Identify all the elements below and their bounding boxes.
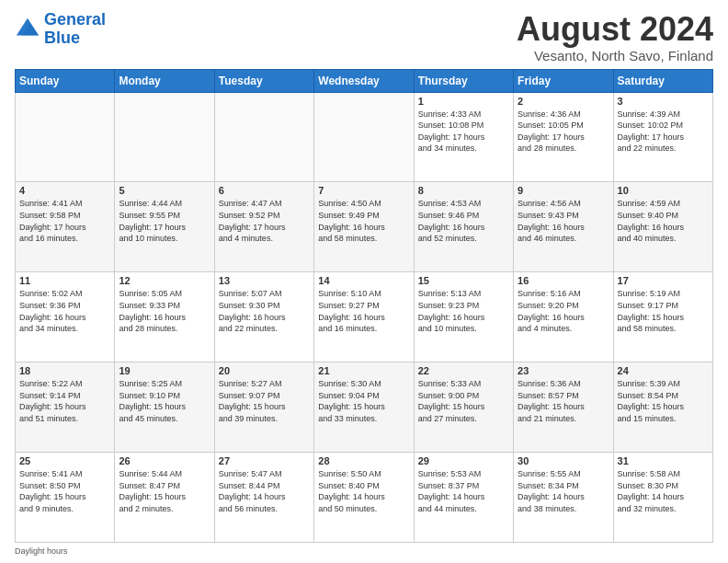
calendar-day: 30Sunrise: 5:55 AM Sunset: 8:34 PM Dayli… bbox=[514, 453, 613, 543]
day-number: 19 bbox=[119, 365, 210, 376]
day-number: 31 bbox=[618, 455, 709, 466]
day-info: Sunrise: 5:33 AM Sunset: 9:00 PM Dayligh… bbox=[418, 378, 509, 424]
day-number: 15 bbox=[418, 275, 509, 286]
calendar-day: 6Sunrise: 4:47 AM Sunset: 9:52 PM Daylig… bbox=[214, 182, 313, 272]
day-info: Sunrise: 5:16 AM Sunset: 9:20 PM Dayligh… bbox=[518, 288, 609, 334]
main-title: August 2024 bbox=[517, 11, 713, 48]
logo-text: General Blue bbox=[44, 11, 106, 48]
col-tuesday: Tuesday bbox=[214, 69, 313, 92]
day-number: 18 bbox=[19, 365, 110, 376]
day-info: Sunrise: 5:58 AM Sunset: 8:30 PM Dayligh… bbox=[618, 468, 709, 514]
subtitle: Vesanto, North Savo, Finland bbox=[517, 48, 713, 63]
page: General Blue August 2024 Vesanto, North … bbox=[0, 0, 728, 563]
day-info: Sunrise: 5:39 AM Sunset: 8:54 PM Dayligh… bbox=[618, 378, 709, 424]
day-info: Sunrise: 4:39 AM Sunset: 10:02 PM Daylig… bbox=[618, 109, 709, 155]
calendar-day: 4Sunrise: 4:41 AM Sunset: 9:58 PM Daylig… bbox=[16, 182, 115, 272]
calendar-day: 8Sunrise: 4:53 AM Sunset: 9:46 PM Daylig… bbox=[414, 182, 513, 272]
calendar-day: 5Sunrise: 4:44 AM Sunset: 9:55 PM Daylig… bbox=[115, 182, 214, 272]
day-info: Sunrise: 4:36 AM Sunset: 10:05 PM Daylig… bbox=[518, 109, 609, 155]
calendar-day: 28Sunrise: 5:50 AM Sunset: 8:40 PM Dayli… bbox=[314, 453, 414, 543]
calendar-day: 31Sunrise: 5:58 AM Sunset: 8:30 PM Dayli… bbox=[613, 453, 712, 543]
calendar-day: 22Sunrise: 5:33 AM Sunset: 9:00 PM Dayli… bbox=[414, 362, 513, 453]
calendar-day: 12Sunrise: 5:05 AM Sunset: 9:33 PM Dayli… bbox=[115, 272, 214, 362]
day-number: 8 bbox=[418, 185, 509, 196]
calendar-day: 9Sunrise: 4:56 AM Sunset: 9:43 PM Daylig… bbox=[514, 182, 613, 272]
day-number: 2 bbox=[518, 96, 609, 107]
day-info: Sunrise: 4:44 AM Sunset: 9:55 PM Dayligh… bbox=[119, 198, 210, 244]
calendar-week-5: 25Sunrise: 5:41 AM Sunset: 8:50 PM Dayli… bbox=[16, 453, 713, 543]
day-info: Sunrise: 4:53 AM Sunset: 9:46 PM Dayligh… bbox=[418, 198, 509, 244]
day-number: 23 bbox=[518, 365, 609, 376]
day-number: 29 bbox=[418, 455, 509, 466]
calendar-day: 7Sunrise: 4:50 AM Sunset: 9:49 PM Daylig… bbox=[314, 182, 414, 272]
day-number: 4 bbox=[19, 185, 110, 196]
calendar-week-3: 11Sunrise: 5:02 AM Sunset: 9:36 PM Dayli… bbox=[16, 272, 713, 362]
day-info: Sunrise: 5:22 AM Sunset: 9:14 PM Dayligh… bbox=[19, 378, 110, 424]
logo-icon bbox=[15, 17, 40, 42]
day-number: 24 bbox=[618, 365, 709, 376]
calendar-day: 2Sunrise: 4:36 AM Sunset: 10:05 PM Dayli… bbox=[514, 92, 613, 182]
day-info: Sunrise: 4:56 AM Sunset: 9:43 PM Dayligh… bbox=[518, 198, 609, 244]
logo: General Blue bbox=[15, 11, 106, 48]
daylight-label: Daylight hours bbox=[15, 546, 68, 556]
day-info: Sunrise: 5:13 AM Sunset: 9:23 PM Dayligh… bbox=[418, 288, 509, 334]
day-info: Sunrise: 5:50 AM Sunset: 8:40 PM Dayligh… bbox=[318, 468, 409, 514]
calendar-day: 14Sunrise: 5:10 AM Sunset: 9:27 PM Dayli… bbox=[314, 272, 414, 362]
day-number: 14 bbox=[318, 275, 409, 286]
day-number: 20 bbox=[219, 365, 310, 376]
day-number: 3 bbox=[618, 96, 709, 107]
col-thursday: Thursday bbox=[414, 69, 513, 92]
day-number: 26 bbox=[119, 455, 210, 466]
calendar-day: 21Sunrise: 5:30 AM Sunset: 9:04 PM Dayli… bbox=[314, 362, 414, 453]
calendar-day: 19Sunrise: 5:25 AM Sunset: 9:10 PM Dayli… bbox=[115, 362, 214, 453]
title-block: August 2024 Vesanto, North Savo, Finland bbox=[517, 11, 713, 63]
calendar-day: 25Sunrise: 5:41 AM Sunset: 8:50 PM Dayli… bbox=[16, 453, 115, 543]
day-number: 5 bbox=[119, 185, 210, 196]
col-wednesday: Wednesday bbox=[314, 69, 414, 92]
day-info: Sunrise: 4:47 AM Sunset: 9:52 PM Dayligh… bbox=[219, 198, 310, 244]
calendar-day: 1Sunrise: 4:33 AM Sunset: 10:08 PM Dayli… bbox=[414, 92, 513, 182]
calendar-day: 27Sunrise: 5:47 AM Sunset: 8:44 PM Dayli… bbox=[214, 453, 313, 543]
calendar-week-2: 4Sunrise: 4:41 AM Sunset: 9:58 PM Daylig… bbox=[16, 182, 713, 272]
calendar-day: 29Sunrise: 5:53 AM Sunset: 8:37 PM Dayli… bbox=[414, 453, 513, 543]
day-info: Sunrise: 4:50 AM Sunset: 9:49 PM Dayligh… bbox=[318, 198, 409, 244]
day-number: 6 bbox=[219, 185, 310, 196]
day-info: Sunrise: 5:41 AM Sunset: 8:50 PM Dayligh… bbox=[19, 468, 110, 514]
calendar-week-4: 18Sunrise: 5:22 AM Sunset: 9:14 PM Dayli… bbox=[16, 362, 713, 453]
day-number: 25 bbox=[19, 455, 110, 466]
day-info: Sunrise: 4:33 AM Sunset: 10:08 PM Daylig… bbox=[418, 109, 509, 155]
col-sunday: Sunday bbox=[16, 69, 115, 92]
day-info: Sunrise: 5:10 AM Sunset: 9:27 PM Dayligh… bbox=[318, 288, 409, 334]
day-number: 11 bbox=[19, 275, 110, 286]
calendar-day bbox=[115, 92, 214, 182]
day-info: Sunrise: 5:53 AM Sunset: 8:37 PM Dayligh… bbox=[418, 468, 509, 514]
day-number: 27 bbox=[219, 455, 310, 466]
day-info: Sunrise: 5:02 AM Sunset: 9:36 PM Dayligh… bbox=[19, 288, 110, 334]
day-number: 28 bbox=[318, 455, 409, 466]
calendar-day: 13Sunrise: 5:07 AM Sunset: 9:30 PM Dayli… bbox=[214, 272, 313, 362]
calendar-day: 10Sunrise: 4:59 AM Sunset: 9:40 PM Dayli… bbox=[613, 182, 712, 272]
col-saturday: Saturday bbox=[613, 69, 712, 92]
calendar-table: Sunday Monday Tuesday Wednesday Thursday… bbox=[15, 69, 713, 543]
calendar-day: 16Sunrise: 5:16 AM Sunset: 9:20 PM Dayli… bbox=[514, 272, 613, 362]
calendar-day bbox=[16, 92, 115, 182]
day-info: Sunrise: 5:44 AM Sunset: 8:47 PM Dayligh… bbox=[119, 468, 210, 514]
day-number: 10 bbox=[618, 185, 709, 196]
calendar-day: 3Sunrise: 4:39 AM Sunset: 10:02 PM Dayli… bbox=[613, 92, 712, 182]
calendar-day bbox=[314, 92, 414, 182]
day-number: 21 bbox=[318, 365, 409, 376]
header: General Blue August 2024 Vesanto, North … bbox=[15, 11, 713, 63]
calendar-day: 15Sunrise: 5:13 AM Sunset: 9:23 PM Dayli… bbox=[414, 272, 513, 362]
day-info: Sunrise: 4:59 AM Sunset: 9:40 PM Dayligh… bbox=[618, 198, 709, 244]
calendar-day: 20Sunrise: 5:27 AM Sunset: 9:07 PM Dayli… bbox=[214, 362, 313, 453]
day-number: 9 bbox=[518, 185, 609, 196]
day-info: Sunrise: 5:27 AM Sunset: 9:07 PM Dayligh… bbox=[219, 378, 310, 424]
day-info: Sunrise: 4:41 AM Sunset: 9:58 PM Dayligh… bbox=[19, 198, 110, 244]
day-number: 17 bbox=[618, 275, 709, 286]
calendar-day: 11Sunrise: 5:02 AM Sunset: 9:36 PM Dayli… bbox=[16, 272, 115, 362]
day-number: 1 bbox=[418, 96, 509, 107]
calendar-week-1: 1Sunrise: 4:33 AM Sunset: 10:08 PM Dayli… bbox=[16, 92, 713, 182]
day-number: 22 bbox=[418, 365, 509, 376]
calendar-day: 24Sunrise: 5:39 AM Sunset: 8:54 PM Dayli… bbox=[613, 362, 712, 453]
calendar-day: 18Sunrise: 5:22 AM Sunset: 9:14 PM Dayli… bbox=[16, 362, 115, 453]
